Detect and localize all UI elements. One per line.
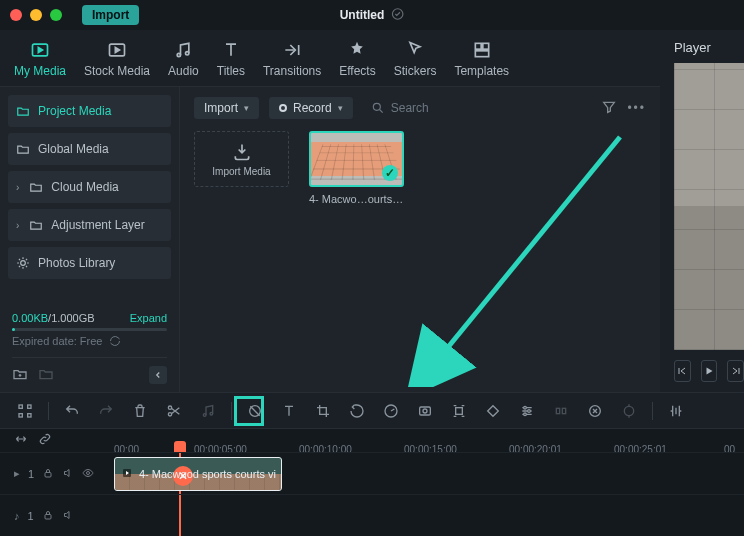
crop-icon[interactable] xyxy=(312,400,334,422)
timeline-clip[interactable]: 4- Macwood sports courts vi ✕ xyxy=(114,457,282,491)
keyframe-icon[interactable] xyxy=(482,400,504,422)
timeline: 00:00 00:00:05:00 00:00:10:00 00:00:15:0… xyxy=(0,428,744,536)
more-icon[interactable]: ••• xyxy=(627,101,646,115)
clip-play-icon xyxy=(121,467,133,481)
svg-point-24 xyxy=(524,406,527,409)
text-icon[interactable] xyxy=(278,400,300,422)
video-track-icon: ▸ xyxy=(14,467,20,480)
import-button[interactable]: Import xyxy=(82,5,139,25)
green-screen-icon[interactable] xyxy=(584,400,606,422)
sidebar-item-label: Adjustment Layer xyxy=(51,218,144,232)
sidebar-item-project-media[interactable]: Project Media xyxy=(8,95,171,127)
sidebar-item-adjustment-layer[interactable]: › Adjustment Layer xyxy=(8,209,171,241)
tab-label: Transitions xyxy=(263,64,321,78)
refresh-icon[interactable] xyxy=(109,335,121,347)
folder-icon[interactable] xyxy=(38,366,54,384)
player-panel: Player xyxy=(660,30,744,392)
filter-icon[interactable] xyxy=(601,99,617,118)
svg-rect-21 xyxy=(420,407,431,415)
svg-point-18 xyxy=(210,412,213,415)
search-input[interactable]: Search xyxy=(363,97,592,119)
tab-stock-media[interactable]: Stock Media xyxy=(84,40,150,86)
cloud-sync-icon[interactable] xyxy=(390,7,404,24)
import-card-label: Import Media xyxy=(212,166,270,177)
player-next-button[interactable] xyxy=(727,360,744,382)
split-icon[interactable] xyxy=(163,400,185,422)
tab-effects[interactable]: Effects xyxy=(339,40,375,86)
sidebar-item-photos-library[interactable]: Photos Library xyxy=(8,247,171,279)
audio-detach-icon[interactable] xyxy=(197,400,219,422)
adjust-icon[interactable] xyxy=(516,400,538,422)
player-play-button[interactable] xyxy=(701,360,718,382)
svg-rect-6 xyxy=(483,43,489,49)
import-media-card[interactable]: Import Media xyxy=(194,131,289,187)
undo-icon[interactable] xyxy=(61,400,83,422)
lock-icon[interactable] xyxy=(42,467,54,481)
svg-point-25 xyxy=(528,409,531,412)
sidebar-collapse-button[interactable] xyxy=(149,366,167,384)
timeline-playhead[interactable] xyxy=(174,441,186,453)
color-icon[interactable] xyxy=(414,400,436,422)
window-minimize-button[interactable] xyxy=(30,9,42,21)
visibility-icon[interactable] xyxy=(82,467,94,481)
search-placeholder: Search xyxy=(391,101,429,115)
mute-icon[interactable] xyxy=(62,467,74,481)
auto-reframe-icon[interactable] xyxy=(618,400,640,422)
mask-icon[interactable] xyxy=(244,400,266,422)
svg-rect-28 xyxy=(562,408,565,413)
redo-icon[interactable] xyxy=(95,400,117,422)
svg-point-4 xyxy=(186,52,189,55)
import-icon xyxy=(232,142,252,162)
sidebar-item-global-media[interactable]: Global Media xyxy=(8,133,171,165)
player-title: Player xyxy=(674,40,744,55)
timeline-zoom-icon[interactable] xyxy=(665,400,687,422)
rotate-icon[interactable] xyxy=(346,400,368,422)
player-viewer[interactable] xyxy=(674,63,744,350)
tab-my-media[interactable]: My Media xyxy=(14,40,66,86)
storage-expand-link[interactable]: Expand xyxy=(130,312,167,324)
tab-titles[interactable]: Titles xyxy=(217,40,245,86)
sidebar-item-label: Cloud Media xyxy=(51,180,118,194)
window-close-button[interactable] xyxy=(10,9,22,21)
clip-added-check-icon: ✓ xyxy=(382,165,398,181)
new-folder-icon[interactable] xyxy=(12,366,28,384)
audio-track-label: 1 xyxy=(28,510,34,522)
media-clip-thumbnail[interactable]: ✓ xyxy=(309,131,404,187)
select-tool-icon[interactable] xyxy=(14,400,36,422)
mute-icon[interactable] xyxy=(62,509,74,523)
sidebar-item-label: Global Media xyxy=(38,142,109,156)
speed-icon[interactable] xyxy=(380,400,402,422)
svg-point-22 xyxy=(423,409,427,413)
record-dropdown[interactable]: Record▾ xyxy=(269,97,353,119)
svg-rect-31 xyxy=(45,472,51,477)
tab-label: My Media xyxy=(14,64,66,78)
media-sidebar: Project Media Global Media › Cloud Media… xyxy=(0,87,180,392)
expiry-text: Expired date: Free xyxy=(12,335,103,347)
svg-rect-12 xyxy=(28,405,31,408)
tab-templates[interactable]: Templates xyxy=(454,40,509,86)
window-maximize-button[interactable] xyxy=(50,9,62,21)
sidebar-item-cloud-media[interactable]: › Cloud Media xyxy=(8,171,171,203)
clip-name: 4- Macwood sports courts vi xyxy=(139,468,276,480)
svg-point-3 xyxy=(178,53,181,56)
tab-label: Stickers xyxy=(394,64,437,78)
sidebar-item-label: Project Media xyxy=(38,104,111,118)
player-prev-button[interactable] xyxy=(674,360,691,382)
media-browser: Import▾ Record▾ Search ••• xyxy=(180,87,660,392)
tab-stickers[interactable]: Stickers xyxy=(394,40,437,86)
import-dropdown[interactable]: Import▾ xyxy=(194,97,259,119)
track-motion-icon[interactable] xyxy=(448,400,470,422)
timeline-link-icon[interactable] xyxy=(38,432,52,449)
chevron-right-icon: › xyxy=(16,220,19,231)
tab-label: Stock Media xyxy=(84,64,150,78)
audio-track-row: ♪ 1 xyxy=(0,494,744,536)
window-traffic-lights xyxy=(10,9,62,21)
tab-transitions[interactable]: Transitions xyxy=(263,40,321,86)
tab-audio[interactable]: Audio xyxy=(168,40,199,86)
tab-label: Titles xyxy=(217,64,245,78)
timeline-envelope-icon[interactable] xyxy=(14,432,28,449)
marker-icon[interactable] xyxy=(550,400,572,422)
lock-icon[interactable] xyxy=(42,509,54,523)
svg-rect-7 xyxy=(475,51,488,57)
delete-icon[interactable] xyxy=(129,400,151,422)
